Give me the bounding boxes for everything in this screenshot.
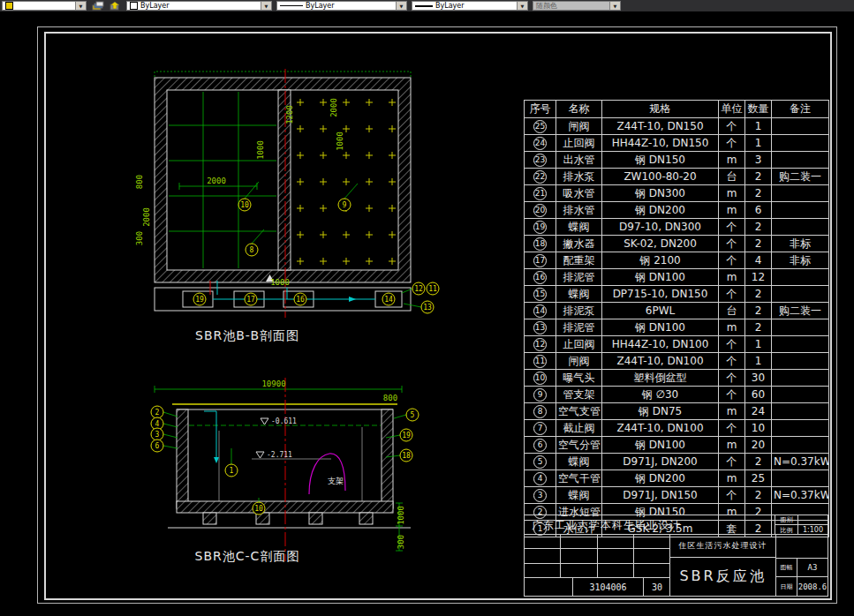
- item-number: 22: [525, 169, 556, 185]
- svg-text:12: 12: [414, 285, 423, 293]
- col-header-spec: 规格: [602, 101, 719, 118]
- linetype-combo-arrow-icon[interactable]: ▼: [396, 2, 406, 10]
- svg-text:10: 10: [240, 201, 249, 209]
- signature-cell: [598, 535, 634, 548]
- autocad-window: ▼ ByLayer ▼ ByLayer ▼ ByLa: [0, 0, 854, 616]
- item-note: [772, 286, 829, 303]
- linetype-sample-icon: [280, 5, 303, 6]
- cc-section-drawing: 10900 800 1000 300 -0.611 -2.711 支架 2 4 …: [128, 378, 446, 567]
- item-unit: m: [719, 319, 745, 336]
- cc-section-label: SBR池C-C剖面图: [159, 549, 336, 565]
- svg-text:13: 13: [423, 304, 432, 312]
- item-note: [772, 319, 829, 336]
- item-qty: 20: [745, 437, 772, 454]
- dim-label: 800: [135, 175, 144, 189]
- item-spec: DP715-10, DN150: [602, 286, 719, 303]
- signature-cell: [525, 549, 561, 562]
- svg-text:4: 4: [155, 420, 160, 428]
- date-value: 2008.6: [797, 577, 828, 596]
- bb-section-label: SBR池B-B剖面图: [159, 328, 336, 344]
- color-combo-arrow-icon[interactable]: ▼: [261, 2, 271, 10]
- svg-text:19: 19: [195, 296, 204, 304]
- drawing-canvas[interactable]: 2000 1000 800 2000 300 1000 1200 1000 20…: [0, 11, 854, 616]
- layer-properties-icon[interactable]: [91, 1, 104, 11]
- category-value: [798, 515, 828, 525]
- callout-bubble: 17: [245, 293, 257, 305]
- table-header-row: 序号 名称 规格 单位 数量 备注: [525, 101, 829, 118]
- item-name: 空气干管: [556, 470, 602, 487]
- dim-label: 2000: [329, 98, 338, 117]
- linetype-combo[interactable]: ByLayer ▼: [276, 1, 407, 11]
- item-unit: m: [719, 403, 745, 420]
- item-number: 12: [525, 336, 556, 353]
- item-qty: 1: [745, 336, 772, 353]
- table-row: 5 蝶阀 D971J, DN200 个 2 N=0.37kW: [525, 454, 829, 470]
- elevation-label: -2.711: [267, 451, 292, 459]
- table-row: 19 蝶阀 D97-10, DN300 个 2: [525, 219, 829, 236]
- item-spec: 钢 DN100: [602, 437, 719, 454]
- table-row: 16 排泥管 钢 DN100 m 12: [525, 269, 829, 286]
- item-spec: HH44Z-10, DN150: [602, 135, 719, 152]
- dim-label: 300: [135, 231, 144, 245]
- dim-label: 800: [383, 394, 397, 402]
- item-spec: D971J, DN200: [602, 454, 719, 470]
- item-note: [772, 219, 829, 236]
- lineweight-sample-icon: [415, 5, 433, 7]
- item-name: 排泥泵: [556, 303, 602, 319]
- item-name: 闸阀: [556, 118, 602, 135]
- item-spec: Z44T-10, DN150: [602, 118, 719, 135]
- item-unit: m: [719, 269, 745, 286]
- item-qty: 25: [745, 470, 772, 487]
- layer-states-icon[interactable]: [109, 1, 122, 11]
- svg-text:9: 9: [343, 201, 347, 209]
- item-unit: 个: [719, 219, 745, 236]
- callout-bubble: 6: [151, 439, 163, 452]
- item-qty: 2: [745, 286, 772, 303]
- table-row: 3 蝶阀 D971J, DN150 个 2 N=0.37kW: [525, 487, 829, 504]
- layer-combo[interactable]: ▼: [2, 1, 87, 11]
- item-qty: 4: [745, 252, 772, 269]
- callout-bubble: 19: [193, 293, 206, 305]
- color-combo[interactable]: ByLayer ▼: [126, 1, 272, 11]
- signature-cell: [634, 564, 670, 577]
- item-unit: 个: [719, 420, 745, 437]
- table-row: 21 吸水管 钢 DN300 m 2: [525, 185, 829, 202]
- table-row: 13 排泥管 钢 DN100 m 2: [525, 319, 829, 336]
- support-label: 支架: [328, 477, 344, 485]
- item-spec: 6PWL: [602, 303, 719, 319]
- item-name: 止回阀: [556, 135, 602, 152]
- dim-label: 1000: [397, 506, 405, 525]
- table-row: 15 蝶阀 DP715-10, DN150 个 2: [525, 286, 829, 303]
- svg-text:14: 14: [384, 296, 393, 304]
- item-name: 截止阀: [556, 420, 602, 437]
- item-number: 15: [525, 286, 556, 303]
- item-name: 空气分管: [556, 437, 602, 454]
- color-combo-value: ByLayer: [140, 2, 170, 10]
- item-qty: 1: [745, 135, 772, 152]
- item-unit: 个: [719, 135, 745, 152]
- item-spec: SK-02, DN200: [602, 236, 719, 252]
- dim-label: 2000: [207, 177, 226, 185]
- callout-bubble: 3: [151, 428, 163, 440]
- item-number: 4: [525, 470, 556, 487]
- item-unit: 个: [719, 118, 745, 135]
- item-spec: Z44T-10, DN100: [602, 353, 719, 370]
- item-qty: 2: [745, 169, 772, 185]
- item-note: [772, 387, 829, 403]
- lineweight-combo[interactable]: ByLayer ▼: [412, 1, 528, 11]
- callout-bubble: 11: [427, 282, 439, 295]
- item-spec: 钢 ∅30: [602, 387, 719, 403]
- item-name: 管支架: [556, 387, 602, 403]
- item-name: 出水管: [556, 152, 602, 169]
- callout-bubble: 9: [338, 199, 351, 211]
- item-note: 购二装一: [772, 303, 829, 319]
- item-name: 曝气头: [556, 370, 602, 387]
- item-unit: 个: [719, 353, 745, 370]
- svg-text:17: 17: [246, 296, 255, 304]
- layer-combo-arrow-icon[interactable]: ▼: [75, 2, 86, 10]
- drawing-number-suffix: 30: [644, 578, 670, 596]
- item-name: 排水管: [556, 202, 602, 219]
- item-spec: D97-10, DN300: [602, 219, 719, 236]
- lineweight-combo-arrow-icon[interactable]: ▼: [517, 2, 527, 10]
- item-number: 8: [525, 403, 556, 420]
